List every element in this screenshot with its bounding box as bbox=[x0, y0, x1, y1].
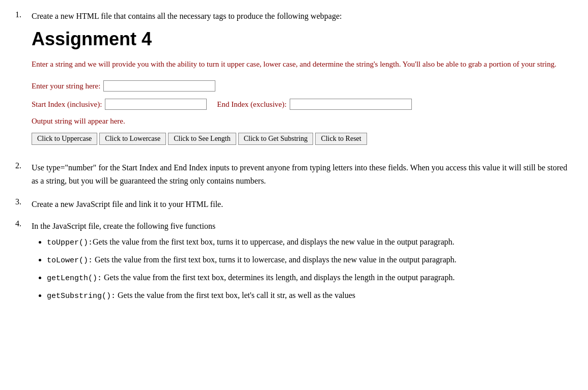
list-item: getSubstring(): Gets the value from the … bbox=[47, 289, 573, 303]
form-section: Enter your string here: Start Index (inc… bbox=[32, 80, 573, 145]
output-text: Output string will appear here. bbox=[32, 117, 573, 126]
index-row: Start Index (inclusive): End Index (excl… bbox=[32, 99, 573, 110]
item2-text: Use type="number" for the Start Index an… bbox=[32, 161, 573, 187]
bullet-text-0: Gets the value from the first text box, … bbox=[93, 237, 454, 246]
end-index-label: End Index (exclusive): bbox=[217, 100, 287, 109]
list-item-2: Use type="number" for the Start Index an… bbox=[15, 161, 573, 189]
bullet-text-2: Gets the value from the first text box, … bbox=[102, 273, 455, 282]
bullet-text-1: Gets the value from the first text box, … bbox=[93, 255, 456, 264]
button-row: Click to Uppercase Click to Lowercase Cl… bbox=[32, 133, 573, 145]
length-button[interactable]: Click to See Length bbox=[168, 133, 236, 145]
description-text: Enter a string and we will provide you w… bbox=[32, 58, 573, 70]
string-input[interactable] bbox=[103, 80, 215, 92]
lowercase-button[interactable]: Click to Lowercase bbox=[99, 133, 166, 145]
reset-button[interactable]: Click to Reset bbox=[315, 133, 367, 145]
list-item-3: Create a new JavaScript file and link it… bbox=[15, 197, 573, 211]
page-title: Assignment 4 bbox=[32, 28, 573, 50]
item3-text: Create a new JavaScript file and link it… bbox=[32, 197, 573, 211]
uppercase-button[interactable]: Click to Uppercase bbox=[32, 133, 97, 145]
list-item: toLower(): Gets the value from the first… bbox=[47, 253, 573, 267]
main-list: Create a new HTML file that contains all… bbox=[15, 10, 573, 307]
bullets-list: toUpper():Gets the value from the first … bbox=[32, 235, 573, 303]
item4-intro: In the JavaScript file, create the follo… bbox=[32, 219, 573, 233]
start-index-label: Start Index (inclusive): bbox=[32, 100, 102, 109]
code-tolower: toLower(): bbox=[47, 256, 93, 265]
bullet-text-3: Gets the value from the first text box, … bbox=[116, 291, 355, 299]
string-label: Enter your string here: bbox=[32, 82, 100, 91]
code-getlength: getLength(): bbox=[47, 274, 102, 283]
list-item: toUpper():Gets the value from the first … bbox=[47, 235, 573, 249]
code-touppper: toUpper(): bbox=[47, 238, 93, 247]
end-index-input[interactable] bbox=[290, 99, 412, 110]
string-row: Enter your string here: bbox=[32, 80, 573, 92]
item1-intro: Create a new HTML file that contains all… bbox=[32, 10, 573, 22]
list-item: getLength(): Gets the value from the fir… bbox=[47, 271, 573, 285]
list-item-4: In the JavaScript file, create the follo… bbox=[15, 219, 573, 306]
substring-button[interactable]: Click to Get Substring bbox=[238, 133, 314, 145]
start-index-input[interactable] bbox=[105, 99, 207, 110]
list-item-1: Create a new HTML file that contains all… bbox=[15, 10, 573, 153]
code-getsubstring: getSubstring(): bbox=[47, 292, 116, 301]
